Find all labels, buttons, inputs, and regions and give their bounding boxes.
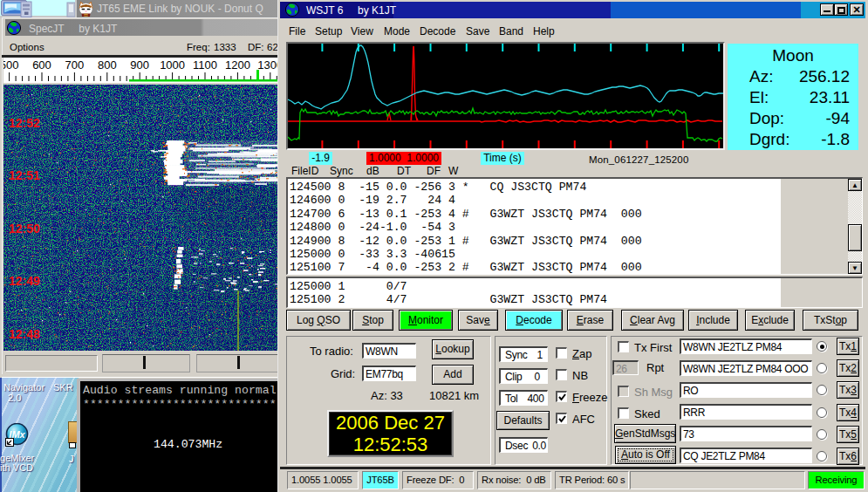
svg-text:500: 500 (3, 58, 18, 72)
svg-text:1000: 1000 (160, 58, 185, 72)
svg-text:12:50: 12:50 (9, 222, 40, 236)
svg-text:900: 900 (130, 58, 149, 72)
svg-text:12:52: 12:52 (9, 116, 40, 130)
svg-text:800: 800 (98, 58, 117, 72)
svg-text:12:51: 12:51 (9, 168, 40, 182)
svg-text:12:48: 12:48 (9, 327, 40, 341)
svg-text:1100: 1100 (193, 58, 217, 72)
svg-text:600: 600 (32, 58, 51, 72)
svg-text:12:49: 12:49 (9, 274, 40, 288)
svg-text:1200: 1200 (225, 58, 250, 72)
svg-text:700: 700 (65, 58, 85, 72)
